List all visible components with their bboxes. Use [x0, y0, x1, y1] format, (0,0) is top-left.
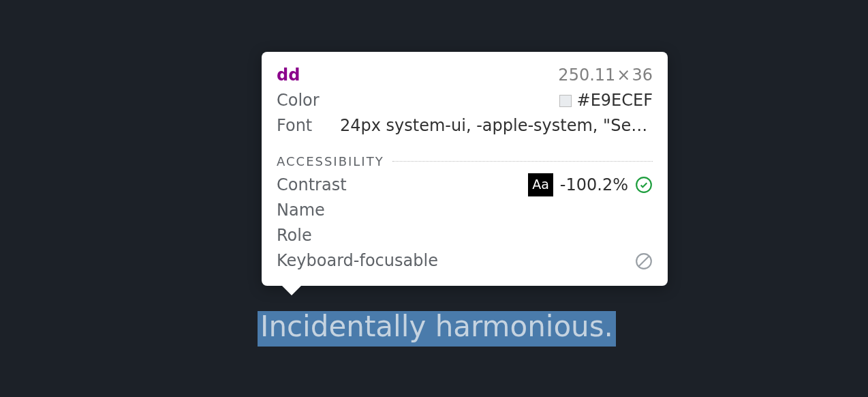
color-value: #E9ECEF: [577, 88, 653, 113]
focusable-label: Keyboard-focusable: [277, 248, 438, 274]
name-label: Name: [277, 198, 328, 223]
contrast-row: Contrast Aa -100.2%: [277, 173, 653, 198]
font-value: 24px system-ui, -apple-system, "Segoe…: [340, 113, 653, 138]
font-label: Font: [277, 113, 328, 138]
contrast-value: -100.2%: [560, 173, 628, 198]
focusable-row: Keyboard-focusable: [277, 248, 653, 274]
color-row: Color #E9ECEF: [277, 88, 653, 113]
color-label: Color: [277, 88, 328, 113]
role-row: Role: [277, 223, 653, 248]
dimension-width: 250.11: [558, 65, 615, 85]
element-tag-name: dd: [277, 63, 300, 88]
section-divider: [392, 161, 653, 162]
svg-point-0: [636, 177, 651, 192]
color-swatch-icon: [559, 95, 572, 107]
role-label: Role: [277, 223, 328, 248]
element-dimensions: 250.11×36: [558, 63, 653, 88]
contrast-sample-badge: Aa: [528, 173, 553, 196]
element-inspector-tooltip: dd 250.11×36 Color #E9ECEF Font 24px sys…: [262, 52, 668, 286]
svg-line-2: [638, 256, 649, 266]
check-circle-icon: [635, 176, 653, 194]
tooltip-header-row: dd 250.11×36: [277, 63, 653, 88]
inspected-text[interactable]: Incidentally harmonious.: [258, 311, 616, 347]
accessibility-section-header: ACCESSIBILITY: [277, 154, 653, 168]
name-row: Name: [277, 198, 653, 223]
contrast-value-wrap: Aa -100.2%: [528, 173, 653, 198]
font-row: Font 24px system-ui, -apple-system, "Seg…: [277, 113, 653, 138]
not-allowed-icon: [635, 252, 653, 270]
dimension-height: 36: [632, 65, 653, 85]
accessibility-title: ACCESSIBILITY: [277, 154, 384, 168]
dimension-separator: ×: [617, 65, 630, 85]
color-value-wrap: #E9ECEF: [559, 88, 653, 113]
contrast-label: Contrast: [277, 173, 347, 198]
